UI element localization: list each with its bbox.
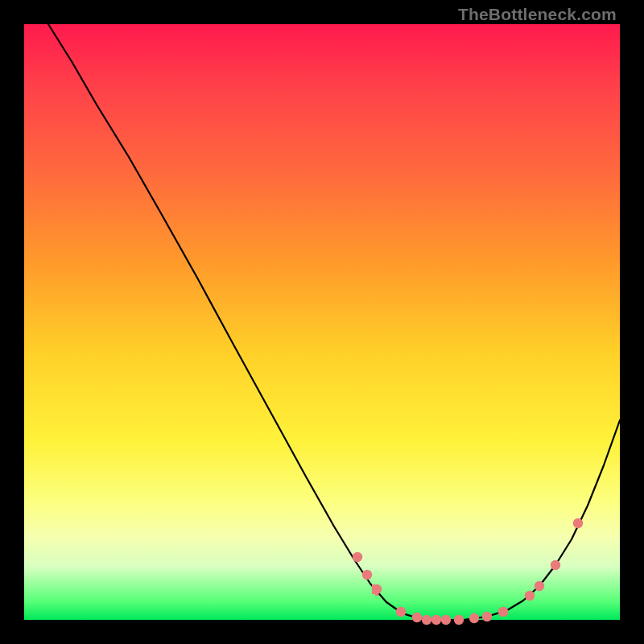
data-point — [482, 612, 492, 621]
watermark-text: TheBottleneck.com — [458, 5, 617, 24]
data-point — [353, 552, 362, 562]
data-point — [498, 607, 508, 617]
data-point — [469, 613, 479, 623]
data-dots — [353, 518, 583, 625]
data-tick — [375, 588, 378, 596]
data-point — [535, 581, 544, 591]
data-point — [362, 570, 372, 580]
data-point — [525, 591, 535, 601]
bottleneck-curve — [48, 24, 620, 620]
data-point — [441, 615, 451, 625]
bottleneck-curve-chart — [24, 24, 620, 620]
data-point — [422, 615, 431, 625]
data-point — [454, 615, 464, 625]
data-point — [573, 518, 583, 528]
data-point — [431, 615, 441, 625]
chart-frame: TheBottleneck.com — [0, 0, 644, 644]
data-point — [412, 613, 422, 622]
data-tick — [372, 584, 375, 594]
data-point — [396, 607, 406, 617]
data-point — [551, 560, 560, 570]
